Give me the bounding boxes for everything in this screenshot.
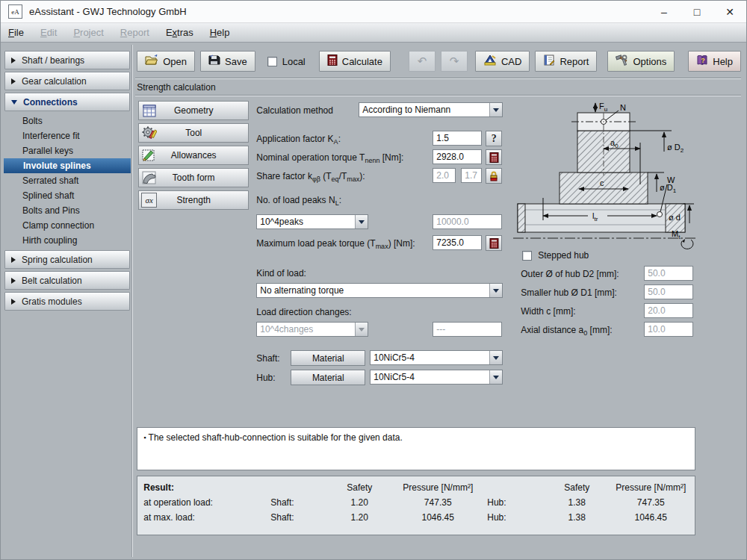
max-torque-label: Maximum load peak torque (Tmax) [Nm]: bbox=[256, 238, 415, 250]
sidebar-item-bolts[interactable]: Bolts bbox=[3, 113, 131, 128]
result-row-label: at max. load: bbox=[143, 512, 270, 523]
hub-material-button[interactable]: Material bbox=[291, 370, 365, 385]
tool-button[interactable]: Tool bbox=[138, 123, 249, 143]
sidebar-section-spring-calculation[interactable]: Spring calculation bbox=[4, 250, 130, 269]
report-button[interactable]: Report bbox=[535, 51, 597, 72]
load-peaks-value: 10000.0 bbox=[433, 214, 502, 229]
help-value-button[interactable]: ? bbox=[486, 131, 502, 146]
shaft-material-dropdown[interactable]: 10NiCr5-4 bbox=[370, 350, 503, 365]
sidebar-item-clamp-connection[interactable]: Clamp connection bbox=[3, 218, 131, 233]
svg-text:c: c bbox=[600, 178, 604, 187]
menu-file[interactable]: File bbox=[8, 27, 24, 38]
message-box: ▪ The selected shaft-hub-connection is s… bbox=[137, 427, 695, 470]
open-button[interactable]: Open bbox=[137, 51, 195, 72]
menu-help[interactable]: Help bbox=[210, 27, 230, 38]
sidebar-section-gear-calculation[interactable]: Gear calculation bbox=[4, 72, 130, 90]
chevron-right-icon bbox=[11, 257, 16, 263]
shaft-safety-operation: 1.20 bbox=[330, 497, 388, 508]
load-direction-value: --- bbox=[433, 322, 502, 337]
dropdown-arrow-button[interactable] bbox=[489, 103, 502, 116]
section-title: Strength calculation bbox=[135, 79, 741, 95]
max-torque-calculator-button[interactable] bbox=[486, 235, 502, 251]
hub-safety-operation: 1.38 bbox=[541, 497, 613, 508]
redo-icon: ↷ bbox=[450, 55, 459, 68]
app-factor-input[interactable]: 1.5 bbox=[433, 131, 482, 146]
result-row-label: at operation load: bbox=[143, 497, 270, 508]
result-col-safety-2: Safety bbox=[541, 482, 613, 493]
load-direction-label: Load direction changes: bbox=[256, 307, 351, 317]
sidebar-item-parallel-keys[interactable]: Parallel keys bbox=[3, 143, 131, 158]
allowances-pencil-icon bbox=[141, 148, 157, 163]
cad-button[interactable]: CAD bbox=[475, 51, 530, 72]
share-factor-input-1: 2.0 bbox=[433, 168, 456, 183]
lock-button[interactable] bbox=[486, 168, 502, 184]
width-c-input: 20.0 bbox=[644, 303, 693, 318]
minimize-button[interactable]: – bbox=[648, 1, 681, 22]
cad-setsquare-icon bbox=[483, 55, 497, 68]
chevron-right-icon bbox=[11, 57, 16, 63]
load-direction-dropdown: 10^4changes bbox=[256, 322, 368, 337]
dropdown-arrow-button[interactable] bbox=[489, 284, 502, 297]
hub-material-dropdown[interactable]: 10NiCr5-4 bbox=[370, 370, 503, 385]
maximize-button[interactable]: □ bbox=[681, 1, 713, 22]
result-col-pressure-2: Pressure [N/mm²] bbox=[613, 482, 689, 493]
chevron-right-icon bbox=[11, 278, 16, 284]
help-button[interactable]: ? Help bbox=[688, 51, 741, 72]
open-folder-icon bbox=[145, 55, 158, 68]
sidebar: Shaft / bearings Gear calculation Connec… bbox=[3, 45, 132, 557]
load-peaks-label: No. of load peaks NL: bbox=[256, 195, 341, 207]
sidebar-section-gratis-modules[interactable]: Gratis modules bbox=[4, 292, 130, 311]
sidebar-section-shaft-bearings[interactable]: Shaft / bearings bbox=[4, 51, 130, 69]
dropdown-arrow-button[interactable] bbox=[489, 370, 502, 384]
sidebar-item-splined-shaft[interactable]: Splined shaft bbox=[3, 188, 131, 203]
chevron-down-icon bbox=[493, 376, 499, 379]
sidebar-item-hirth-coupling[interactable]: Hirth coupling bbox=[3, 233, 131, 248]
geometry-button[interactable]: Geometry bbox=[138, 101, 249, 120]
geometry-grid-icon bbox=[141, 103, 157, 118]
dropdown-arrow-button[interactable] bbox=[355, 215, 368, 228]
close-button[interactable]: ✕ bbox=[713, 1, 746, 22]
calculator-icon bbox=[489, 238, 499, 249]
save-floppy-icon bbox=[208, 55, 220, 68]
menu-extras[interactable]: Extras bbox=[166, 27, 193, 38]
shaft-material-button[interactable]: Material bbox=[291, 350, 365, 366]
nominal-torque-label: Nominal operation torque Tnenn [Nm]: bbox=[256, 152, 403, 164]
axial-distance-label: Axial distance a0 [mm]: bbox=[521, 325, 612, 337]
local-checkbox[interactable]: Local bbox=[267, 56, 306, 67]
kind-of-load-dropdown[interactable]: No alternating torque bbox=[256, 283, 503, 298]
strength-button[interactable]: σx Strength bbox=[138, 190, 249, 210]
allowances-button[interactable]: Allowances bbox=[138, 146, 249, 165]
redo-button: ↷ bbox=[441, 51, 468, 72]
sidebar-section-connections[interactable]: Connections bbox=[4, 93, 130, 111]
stepped-hub-checkbox[interactable]: Stepped hub bbox=[522, 250, 589, 261]
dropdown-arrow-button[interactable] bbox=[489, 351, 502, 364]
kind-of-load-label: Kind of load: bbox=[256, 268, 306, 279]
sidebar-item-serrated-shaft[interactable]: Serrated shaft bbox=[3, 173, 131, 188]
sidebar-item-interference-fit[interactable]: Interference fit bbox=[3, 128, 131, 143]
options-button[interactable]: Options bbox=[607, 51, 675, 72]
chevron-down-icon bbox=[493, 356, 499, 360]
svg-text:N: N bbox=[620, 103, 626, 112]
load-peaks-dropdown[interactable]: 10^4peaks bbox=[256, 214, 368, 229]
chevron-down-icon bbox=[493, 289, 499, 293]
menu-report: Report bbox=[120, 27, 149, 38]
save-button[interactable]: Save bbox=[200, 51, 255, 72]
calculator-icon bbox=[489, 152, 499, 163]
nominal-torque-input[interactable]: 2928.0 bbox=[433, 149, 482, 164]
torque-calculator-button[interactable] bbox=[486, 149, 502, 165]
result-col-safety: Safety bbox=[330, 482, 388, 493]
sidebar-item-involute-splines[interactable]: Involute splines bbox=[4, 158, 131, 173]
calculate-button[interactable]: Calculate bbox=[319, 51, 391, 72]
undo-button: ↶ bbox=[409, 51, 436, 72]
max-torque-input[interactable]: 7235.0 bbox=[433, 235, 482, 250]
result-title: Result: bbox=[143, 482, 270, 493]
app-factor-label: Application factor KA: bbox=[256, 134, 341, 146]
tooth-form-button[interactable]: Tooth form bbox=[138, 168, 249, 187]
sidebar-section-belt-calculation[interactable]: Belt calculation bbox=[4, 271, 130, 290]
question-icon: ? bbox=[492, 133, 497, 145]
sidebar-item-bolts-and-pins[interactable]: Bolts and Pins bbox=[3, 203, 131, 218]
calc-method-dropdown[interactable]: According to Niemann bbox=[359, 102, 503, 117]
chevron-right-icon bbox=[11, 78, 16, 84]
calc-method-label: Calculation method bbox=[256, 105, 333, 116]
gear-tool-icon bbox=[141, 125, 157, 140]
